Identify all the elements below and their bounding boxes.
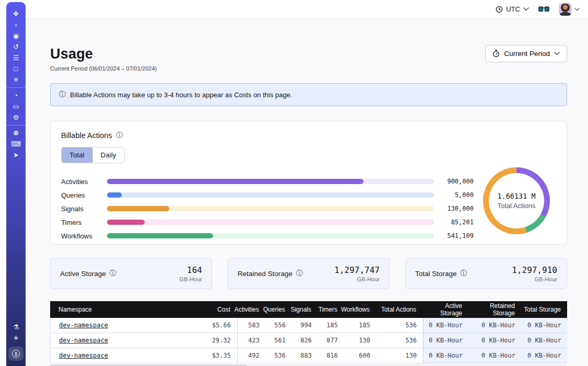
- table-row: dev-namespace 29.32 423 561 826 877 130 …: [51, 333, 567, 348]
- cell-cost: $5.66: [181, 318, 237, 333]
- namespace-link[interactable]: dev-namespace: [59, 322, 108, 329]
- bar-row: Activities 900,000: [61, 175, 474, 188]
- cell-total-storage: 0 KB-Hour: [522, 333, 568, 348]
- column-header-workflows: Workflows: [344, 301, 376, 318]
- storage-card-value: 164: [180, 265, 202, 275]
- bar-track: [107, 233, 434, 238]
- deployments-cube-icon[interactable]: □: [6, 63, 26, 74]
- bar-label: Queries: [61, 191, 99, 199]
- cell-active-storage: 0 KB-Hour: [423, 333, 469, 348]
- bar-track: [107, 192, 434, 198]
- bar-value: 130,000: [441, 205, 474, 212]
- settings-gear-icon[interactable]: ⚙: [6, 112, 26, 123]
- bar-fill: [107, 206, 169, 211]
- dev-glasses-toggle[interactable]: [538, 6, 549, 13]
- column-header-signals: Signals: [291, 301, 317, 318]
- bar-fill: [107, 220, 145, 225]
- timezone-selector[interactable]: UTC: [496, 5, 529, 13]
- period-button-label: Current Period: [504, 50, 550, 58]
- info-icon[interactable]: ⓘ: [110, 269, 116, 278]
- tab-total[interactable]: Total: [62, 147, 92, 163]
- cell-signals: 883: [292, 348, 318, 363]
- storage-card: Retained Storage ⓘ 1,297,747 GB-Hour: [228, 258, 390, 289]
- storage-card-unit: GB-Hour: [180, 276, 202, 282]
- clock-icon: [496, 6, 503, 13]
- sidebar-nav-bottom: ⚗☀: [6, 322, 26, 344]
- cell-queries: 556: [266, 318, 292, 333]
- cli-terminal-icon[interactable]: ⌨: [6, 139, 26, 150]
- storage-card-label: Total Storage: [415, 270, 457, 278]
- cell-signals: 994: [292, 318, 318, 333]
- bar-fill: [107, 179, 363, 184]
- credits-button[interactable]: $: [8, 347, 23, 361]
- chevron-down-icon: [574, 8, 580, 11]
- cell-workflows: 130: [344, 333, 377, 348]
- usage-gauge-icon[interactable]: ◔: [6, 90, 26, 101]
- bar-label: Workflows: [61, 232, 99, 240]
- total-actions-label: Total Actions: [498, 202, 536, 210]
- account-menu[interactable]: [559, 3, 580, 16]
- column-header-activities: Activities: [237, 301, 265, 318]
- sidebar-nav-support: ☸⌨➤: [6, 128, 26, 161]
- bar-fill: [107, 192, 122, 198]
- storage-card-value: 1,297,747: [334, 265, 380, 275]
- cell-activities: 583: [237, 318, 266, 333]
- sidebar: ✥›◉↺☰□✳ ◔▭⚙ ☸⌨➤ ⚗☀ $: [6, 2, 26, 366]
- history-clock-icon[interactable]: ↺: [6, 41, 26, 52]
- bar-value: 541,109: [441, 232, 474, 239]
- cell-activities: 492: [237, 348, 266, 363]
- info-icon[interactable]: ⓘ: [116, 131, 123, 140]
- column-header-queries: Queries: [265, 301, 291, 318]
- bar-value: 900,000: [441, 178, 474, 185]
- column-header-total-actions: Total Actions: [376, 301, 422, 318]
- temporal-logo-icon[interactable]: ✥: [6, 8, 26, 19]
- user-avatar: [559, 3, 572, 16]
- cell-cost: $3.35: [181, 348, 237, 363]
- cell-retained-storage: 0 KB-Hour: [469, 348, 522, 363]
- nexus-asterisk-icon[interactable]: ✳: [6, 74, 26, 85]
- cell-cost: 29.32: [181, 333, 237, 348]
- sidebar-divider: [6, 125, 26, 125]
- billable-view-tabs: Total Daily: [61, 147, 125, 163]
- namespaces-icon[interactable]: ◉: [6, 30, 26, 41]
- column-header-cost: Cost: [181, 301, 237, 318]
- cell-total-storage: 0 KB-Hour: [522, 348, 568, 363]
- namespace-link[interactable]: dev-namespace: [59, 352, 108, 359]
- period-selector-button[interactable]: Current Period: [485, 45, 567, 62]
- chevron-down-icon: [523, 7, 529, 11]
- cell-workflows: 185: [344, 318, 377, 333]
- namespace-usage-table: Namespace Cost Activities Queries Signal…: [50, 301, 567, 366]
- cell-retained-storage: 0 KB-Hour: [469, 333, 522, 348]
- info-icon[interactable]: ⓘ: [296, 269, 303, 278]
- layers-icon[interactable]: ☰: [6, 52, 26, 63]
- expand-sidebar-chevron-icon[interactable]: ›: [6, 19, 26, 30]
- billable-actions-card: Billable Actions ⓘ Total Daily Activitie…: [50, 121, 567, 245]
- info-icon[interactable]: ⓘ: [461, 269, 467, 278]
- storage-card: Active Storage ⓘ 164 GB-Hour: [50, 258, 212, 289]
- billing-card-icon[interactable]: ▭: [6, 101, 26, 112]
- column-header-namespace: Namespace: [50, 301, 181, 318]
- sidebar-divider: [6, 87, 26, 88]
- cell-queries: 536: [266, 348, 292, 363]
- bar-label: Activities: [61, 178, 99, 186]
- storage-card-unit: GB-Hour: [512, 276, 557, 282]
- billable-actions-title: Billable Actions: [61, 131, 112, 140]
- chevron-down-icon: [554, 52, 560, 55]
- cell-retained-storage: 0 KB-Hour: [469, 318, 522, 333]
- storage-card: Total Storage ⓘ 1,297,910 GB-Hour: [405, 258, 567, 289]
- stopwatch-icon: [492, 50, 500, 58]
- getting-started-rocket-icon[interactable]: ➤: [6, 150, 26, 161]
- bar-label: Signals: [61, 205, 99, 213]
- labs-flask-icon[interactable]: ⚗: [6, 322, 26, 333]
- info-icon: ⓘ: [59, 90, 66, 99]
- bar-track: [107, 220, 434, 225]
- namespace-link[interactable]: dev-namespace: [59, 337, 108, 344]
- cell-activities: 423: [237, 333, 266, 348]
- glasses-icon: [538, 6, 549, 13]
- column-header-retained-storage: Retained Storage: [468, 301, 521, 318]
- support-lifebuoy-icon[interactable]: ☸: [6, 128, 26, 139]
- bar-row: Timers 85,201: [61, 215, 474, 229]
- theme-sun-icon[interactable]: ☀: [6, 333, 26, 344]
- storage-card-unit: GB-Hour: [334, 276, 380, 282]
- tab-daily[interactable]: Daily: [92, 147, 124, 163]
